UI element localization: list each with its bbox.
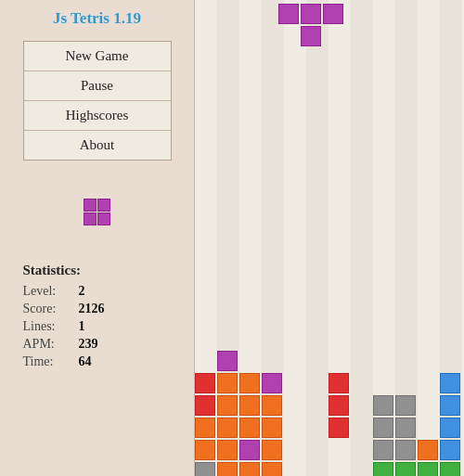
level-value: 2 bbox=[79, 284, 85, 299]
block bbox=[440, 373, 460, 393]
level-row: Level: 2 bbox=[23, 284, 172, 299]
block bbox=[217, 395, 238, 416]
block bbox=[395, 395, 416, 416]
block bbox=[329, 373, 349, 393]
block bbox=[373, 418, 393, 438]
score-label: Score: bbox=[23, 302, 79, 316]
block bbox=[440, 440, 460, 460]
block bbox=[239, 418, 260, 438]
block bbox=[239, 440, 260, 460]
time-value: 64 bbox=[79, 354, 92, 369]
level-label: Level: bbox=[23, 284, 79, 299]
lines-row: Lines: 1 bbox=[23, 319, 172, 334]
block bbox=[217, 351, 238, 371]
block bbox=[440, 462, 460, 476]
game-board-panel[interactable] bbox=[195, 0, 464, 476]
block bbox=[217, 418, 238, 438]
about-button[interactable]: About bbox=[24, 131, 171, 160]
app-title: Js Tetris 1.19 bbox=[53, 9, 141, 28]
block bbox=[373, 440, 393, 460]
block bbox=[373, 395, 393, 416]
block bbox=[440, 395, 460, 416]
block bbox=[278, 4, 299, 24]
block bbox=[262, 395, 282, 416]
lines-label: Lines: bbox=[23, 319, 79, 334]
block bbox=[262, 418, 282, 438]
highscores-button[interactable]: Highscores bbox=[24, 101, 171, 131]
stats-title: Statistics: bbox=[23, 263, 172, 278]
pause-button[interactable]: Pause bbox=[24, 71, 171, 101]
block bbox=[217, 440, 238, 460]
block bbox=[239, 462, 260, 476]
lines-value: 1 bbox=[79, 319, 85, 334]
block bbox=[418, 440, 438, 460]
block bbox=[195, 373, 215, 393]
block bbox=[195, 395, 215, 416]
block bbox=[329, 418, 349, 438]
left-panel: Js Tetris 1.19 New Game Pause Highscores… bbox=[0, 0, 195, 476]
block bbox=[418, 462, 438, 476]
block bbox=[195, 440, 215, 460]
apm-label: APM: bbox=[23, 337, 79, 352]
block bbox=[195, 418, 215, 438]
score-row: Score: 2126 bbox=[23, 302, 172, 316]
block bbox=[395, 462, 416, 476]
block bbox=[239, 395, 260, 416]
menu-box: New Game Pause Highscores About bbox=[23, 41, 172, 161]
apm-row: APM: 239 bbox=[23, 337, 172, 352]
block bbox=[217, 373, 238, 393]
score-value: 2126 bbox=[79, 302, 105, 316]
time-label: Time: bbox=[23, 354, 79, 369]
block bbox=[239, 373, 260, 393]
block bbox=[329, 395, 349, 416]
block bbox=[301, 4, 321, 24]
time-row: Time: 64 bbox=[23, 354, 172, 369]
block bbox=[301, 26, 321, 46]
block bbox=[323, 4, 343, 24]
new-game-button[interactable]: New Game bbox=[24, 42, 171, 71]
block bbox=[262, 462, 282, 476]
apm-value: 239 bbox=[79, 337, 98, 352]
stats-section: Statistics: Level: 2 Score: 2126 Lines: … bbox=[23, 263, 172, 372]
game-board bbox=[195, 0, 464, 476]
next-piece-preview bbox=[70, 185, 125, 240]
block bbox=[262, 373, 282, 393]
block bbox=[262, 440, 282, 460]
block bbox=[217, 462, 238, 476]
block bbox=[373, 462, 393, 476]
block bbox=[440, 418, 460, 438]
block bbox=[395, 418, 416, 438]
block bbox=[395, 440, 416, 460]
block bbox=[195, 462, 215, 476]
